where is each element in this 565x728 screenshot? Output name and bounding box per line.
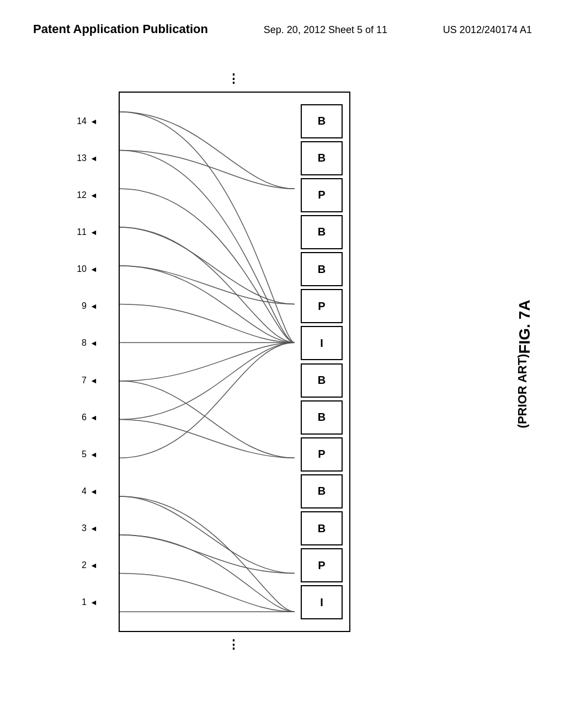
timeline-number-12: 12 [76,190,87,200]
frame-b-3: B [301,474,343,508]
timeline-item-12: 12 ◄ [76,190,98,200]
ellipsis-bottom: ⋮ [227,638,242,652]
timeline-number-2: 2 [76,560,87,570]
timeline-number-1: 1 [76,597,87,607]
frame-b-13: B [301,104,343,138]
publication-title: Patent Application Publication [33,22,208,36]
timeline-item-2: 2 ◄ [76,560,98,570]
timeline: 14 ◄ 13 ◄ 12 ◄ 11 ◄ 10 ◄ 9 ◄ [76,93,98,631]
timeline-item-13: 13 ◄ [76,153,98,163]
timeline-number-11: 11 [76,227,87,237]
diagram-container: ⋮ 14 ◄ 13 ◄ 12 ◄ 11 ◄ 10 ◄ [55,72,414,689]
fig-subtitle: (PRIOR ART) [515,354,531,429]
frame-b-5: B [301,400,343,435]
timeline-number-6: 6 [76,413,87,422]
fig-title: FIG. 7A [515,300,535,354]
frame-p-1: P [301,548,343,582]
page-header: Patent Application Publication Sep. 20, … [0,22,565,36]
timeline-number-4: 4 [76,486,87,496]
timeline-item-10: 10 ◄ [76,264,98,274]
frame-i-0: I [301,585,343,619]
timeline-number-3: 3 [76,523,87,533]
main-frame: 14 ◄ 13 ◄ 12 ◄ 11 ◄ 10 ◄ 9 ◄ [119,92,350,632]
timeline-item-3: 3 ◄ [76,523,98,533]
timeline-item-11: 11 ◄ [76,227,98,237]
frame-p-11: P [301,178,343,212]
timeline-item-7: 7 ◄ [76,376,98,386]
timeline-item-8: 8 ◄ [76,338,98,348]
timeline-item-1: 1 ◄ [76,597,98,607]
timeline-item-6: 6 ◄ [76,413,98,422]
frame-b-10: B [301,215,343,249]
frame-b-2: B [301,511,343,545]
frame-p-8: P [301,289,343,323]
timeline-item-4: 4 ◄ [76,486,98,496]
timeline-number-5: 5 [76,449,87,459]
frames-list: B B P B B P I B B P B B P I [294,93,349,631]
sheet-info: Sep. 20, 2012 Sheet 5 of 11 [264,24,387,36]
ellipsis-top: ⋮ [227,72,242,86]
timeline-number-8: 8 [76,338,87,348]
timeline-number-7: 7 [76,376,87,386]
patent-number: US 2012/240174 A1 [443,24,532,36]
timeline-item-5: 5 ◄ [76,449,98,459]
timeline-number-10: 10 [76,264,87,274]
frame-b-6: B [301,363,343,398]
frame-b-12: B [301,141,343,175]
frame-p-4: P [301,437,343,472]
timeline-item-14: 14 ◄ [76,116,98,126]
frame-i-7: I [301,326,343,360]
timeline-number-14: 14 [76,116,87,126]
timeline-number-13: 13 [76,153,87,163]
timeline-item-9: 9 ◄ [76,301,98,311]
frame-b-9: B [301,252,343,286]
timeline-number-9: 9 [76,301,87,311]
figure-label: FIG. 7A (PRIOR ART) [515,300,535,429]
